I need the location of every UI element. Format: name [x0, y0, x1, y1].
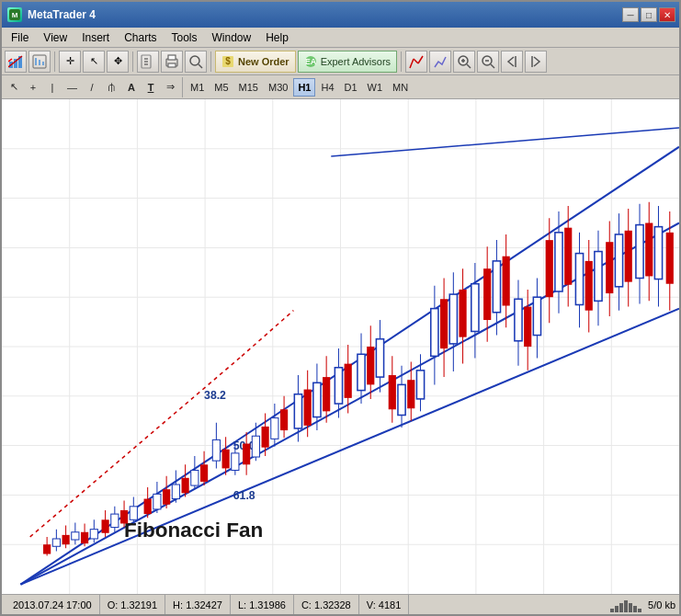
tf-mn[interactable]: MN	[388, 78, 413, 97]
menu-help[interactable]: Help	[258, 29, 296, 46]
svg-rect-117	[304, 390, 312, 426]
tb-zoom-in[interactable]	[137, 51, 159, 73]
svg-text:Fibonacci Fan: Fibonacci Fan	[124, 519, 263, 542]
svg-rect-139	[416, 371, 424, 399]
tb-btn-2[interactable]	[28, 51, 51, 73]
vol-bar-4	[624, 600, 628, 612]
tool-text[interactable]: A	[122, 78, 141, 97]
status-bar: 2013.07.24 17:00 O: 1.32191 H: 1.32427 L…	[2, 594, 679, 614]
window-controls: ─ □ ✕	[622, 7, 675, 22]
svg-rect-107	[252, 436, 259, 457]
expert-advisors-button[interactable]: EA Expert Advisors	[298, 51, 397, 73]
svg-rect-185	[654, 227, 662, 279]
vol-bar-2	[615, 606, 619, 612]
svg-rect-161	[533, 297, 540, 335]
svg-rect-131	[376, 339, 383, 377]
tool-arrow2[interactable]: ⇒	[161, 78, 179, 97]
tf-h1[interactable]: H1	[293, 78, 315, 97]
svg-rect-141	[431, 309, 438, 357]
status-close: C: 1.32328	[294, 595, 359, 614]
svg-rect-109	[262, 427, 269, 448]
menu-file[interactable]: File	[4, 29, 36, 46]
svg-rect-159	[524, 307, 531, 347]
tool-label[interactable]: T	[142, 78, 160, 97]
tool-channels[interactable]: ⫛	[102, 78, 121, 97]
tb-chart-right[interactable]	[525, 51, 547, 73]
svg-rect-127	[358, 354, 365, 390]
svg-text:61.8: 61.8	[233, 488, 255, 501]
svg-rect-75	[90, 530, 97, 539]
status-low: L: 1.31986	[231, 595, 294, 614]
vol-bar-7	[638, 609, 641, 612]
tb-zoom[interactable]	[185, 51, 207, 73]
tb-arrow[interactable]: ↖	[83, 51, 105, 73]
svg-rect-175	[606, 242, 613, 293]
tb-print[interactable]	[161, 51, 183, 73]
tf-h4[interactable]: H4	[316, 78, 338, 97]
status-datetime: 2013.07.24 17:00	[6, 595, 100, 614]
svg-rect-173	[595, 252, 602, 302]
new-order-button[interactable]: $ New Order	[215, 51, 296, 73]
tool-cross[interactable]: +	[24, 78, 42, 97]
tb-zoom-in-chart[interactable]	[453, 51, 475, 73]
svg-rect-151	[483, 268, 491, 320]
tool-trendline[interactable]: /	[83, 78, 101, 97]
tf-m5[interactable]: M5	[210, 78, 233, 97]
tb-zoom-out-chart[interactable]	[477, 51, 499, 73]
menu-tools[interactable]: Tools	[165, 29, 205, 46]
tool-vline[interactable]: |	[43, 78, 62, 97]
svg-rect-91	[172, 485, 179, 499]
svg-rect-177	[615, 234, 622, 287]
svg-rect-73	[81, 532, 88, 543]
svg-rect-67	[52, 539, 60, 546]
svg-rect-99	[212, 439, 220, 461]
chart-area[interactable]: 38.2 50.0 61.8 Fibonacci Fan	[2, 99, 679, 594]
svg-point-17	[190, 56, 199, 65]
tf-m30[interactable]: M30	[264, 78, 292, 97]
svg-line-24	[414, 59, 418, 63]
svg-text:38.2: 38.2	[204, 389, 226, 402]
menu-charts[interactable]: Charts	[117, 29, 164, 46]
svg-rect-89	[163, 489, 170, 505]
tb-chart-left[interactable]	[501, 51, 523, 73]
svg-rect-105	[243, 444, 250, 465]
menu-view[interactable]: View	[36, 29, 74, 46]
svg-rect-143	[440, 299, 448, 348]
svg-rect-183	[645, 223, 653, 277]
svg-rect-171	[585, 261, 593, 311]
svg-line-5	[8, 59, 12, 62]
tool-hline[interactable]: —	[62, 78, 82, 97]
minimize-button[interactable]: ─	[622, 7, 639, 22]
tb-move[interactable]: ✥	[107, 51, 129, 73]
tb-indicators[interactable]	[405, 51, 427, 73]
svg-text:$: $	[225, 56, 231, 66]
svg-rect-147	[459, 290, 466, 337]
menu-insert[interactable]: Insert	[74, 29, 117, 46]
svg-rect-85	[144, 499, 152, 515]
tf-d1[interactable]: D1	[340, 78, 362, 97]
tf-m15[interactable]: M15	[234, 78, 263, 97]
svg-rect-97	[200, 464, 208, 482]
svg-rect-15	[168, 55, 176, 60]
close-button[interactable]: ✕	[659, 7, 675, 22]
volume-indicator	[610, 598, 641, 612]
status-spread: 5/0 kb	[644, 599, 675, 610]
svg-rect-65	[43, 544, 51, 553]
svg-rect-181	[636, 225, 643, 279]
maximize-button[interactable]: □	[641, 7, 657, 22]
tf-w1[interactable]: W1	[363, 78, 388, 97]
tf-m1[interactable]: M1	[186, 78, 209, 97]
vol-bar-5	[629, 603, 632, 612]
tool-arrow[interactable]: ↖	[5, 78, 23, 97]
toolbar-main: ✛ ↖ ✥ $ New Order EA Expert Advisors	[2, 48, 679, 75]
svg-rect-123	[335, 368, 342, 404]
svg-rect-81	[120, 510, 128, 523]
menu-window[interactable]: Window	[205, 29, 259, 46]
app-icon: M	[7, 7, 22, 22]
svg-rect-71	[72, 532, 79, 540]
svg-rect-121	[323, 377, 330, 411]
tb-new-chart[interactable]	[5, 51, 27, 73]
tb-objects[interactable]	[429, 51, 451, 73]
tb-crosshair[interactable]: ✛	[59, 51, 81, 73]
svg-rect-69	[62, 535, 70, 544]
